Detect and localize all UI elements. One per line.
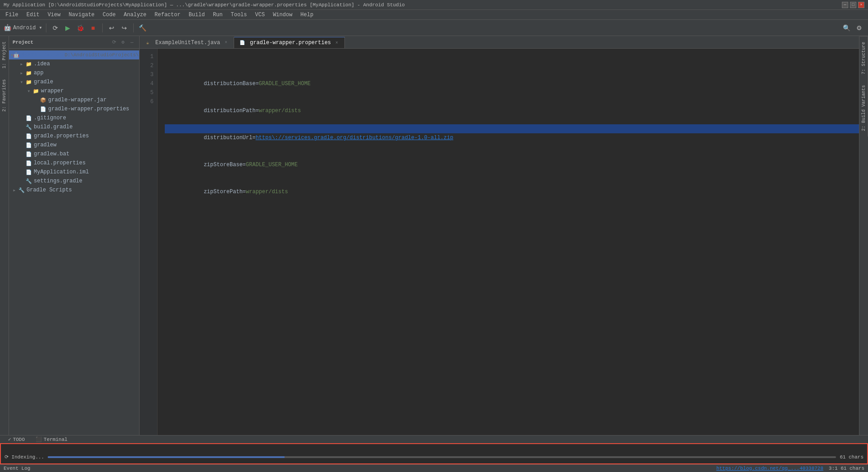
tree-item-myapp-iml[interactable]: ▶ 📄 MyApplication.iml (9, 168, 139, 177)
toolbar-search-btn[interactable]: 🔍 (841, 23, 852, 33)
tree-label-gradle-properties: gradle.properties (34, 133, 89, 139)
title-bar-title: My Application [D:\AndroidStudioProjects… (4, 2, 842, 8)
menu-edit[interactable]: Edit (23, 11, 43, 19)
toolbar-build-btn[interactable]: 🔨 (137, 23, 148, 33)
tab-todo[interactable]: ✓ TODO (4, 436, 29, 443)
tab-gradle-wrapper-props[interactable]: 📄 gradle-wrapper.properties × (234, 37, 345, 48)
icon-wrapper-folder: 📁 (32, 87, 40, 95)
content-row: 1: Project 2: Favorites Project ⟳ ⚙ — ▼ … (0, 36, 868, 435)
code-line-2: distributionPath=wrapper/dists (165, 97, 859, 106)
panel-header-gear[interactable]: ⚙ (119, 39, 127, 46)
toolbar-undo-btn[interactable]: ↩ (106, 23, 117, 33)
code-key-4: zipStoreBase= (203, 162, 246, 168)
maximize-button[interactable]: □ (850, 2, 856, 8)
minimize-button[interactable]: — (842, 2, 848, 8)
arrow-gradle-scripts: ▶ (11, 186, 18, 194)
tree-item-app[interactable]: ▶ 📁 app (9, 68, 139, 77)
tab-favorites[interactable]: 2: Favorites (0, 74, 8, 117)
menu-analyze[interactable]: Analyze (120, 11, 150, 19)
tree-label-local-properties: local.properties (34, 160, 86, 166)
tree-item-myapplication[interactable]: ▼ 🤖 MyApplication D:\AndroidStudioProjec… (9, 50, 139, 59)
toolbar-debug-btn[interactable]: 🐞 (75, 23, 86, 33)
toolbar-redo-btn[interactable]: ↪ (119, 23, 130, 33)
tree-item-gradlew-bat[interactable]: ▶ 📄 gradlew.bat (9, 150, 139, 159)
toolbar-settings-btn[interactable]: ⚙ (854, 23, 864, 33)
menu-view[interactable]: View (44, 11, 64, 19)
status-event-log[interactable]: Event Log (4, 466, 30, 471)
indexing-progress (48, 456, 836, 458)
tree-item-gradle-scripts[interactable]: ▶ 🔧 Gradle Scripts (9, 186, 139, 195)
bottom-area: ✓ TODO ⬛ Terminal ⟳ Indexing... 61 chars… (0, 435, 868, 472)
tree-label-myapp-iml: MyApplication.iml (34, 169, 89, 175)
menu-build[interactable]: Build (185, 11, 208, 19)
app-window: My Application [D:\AndroidStudioProjects… (0, 0, 868, 472)
toolbar-sync-btn[interactable]: ⟳ (50, 23, 61, 33)
tree-item-gradle[interactable]: ▼ 📁 gradle (9, 77, 139, 86)
menu-help[interactable]: Help (297, 11, 317, 19)
tab-structure[interactable]: 7: Structure (860, 36, 868, 80)
toolbar-separator-2 (102, 23, 103, 32)
tab-icon-props: 📄 (239, 39, 246, 46)
tree-item-wrapper[interactable]: ▼ 📁 wrapper (9, 86, 139, 95)
tree-item-local-properties[interactable]: ▶ 📄 local.properties (9, 159, 139, 168)
tab-build-variants[interactable]: 2: Build Variants (860, 80, 868, 136)
line-num-6: 6 (140, 97, 154, 106)
code-key-3: distributionUrl= (203, 135, 255, 141)
tab-project[interactable]: 1: Project (0, 36, 8, 74)
tab-terminal[interactable]: ⬛ Terminal (31, 436, 72, 443)
status-position: 3:1 61 chars (829, 466, 864, 471)
code-line-4: zipStoreBase=GRADLE_USER_HOME (165, 151, 859, 160)
menu-code[interactable]: Code (99, 11, 119, 19)
tree-label-gradle: gradle (34, 79, 53, 85)
project-panel: Project ⟳ ⚙ — ▼ 🤖 MyApplication D:\Andro… (9, 36, 140, 435)
tree-item-settings-gradle[interactable]: ▶ 🔧 settings.gradle (9, 177, 139, 186)
close-button[interactable]: × (858, 2, 864, 8)
icon-build-gradle: 🔧 (25, 123, 32, 131)
tree-item-gitignore[interactable]: ▶ 📄 .gitignore (9, 113, 139, 123)
status-bar-right: https://blog.csdn.net/qq_...40338728 3:1… (716, 466, 864, 471)
menu-run[interactable]: Run (209, 11, 226, 19)
panel-header-collapse[interactable]: — (128, 39, 136, 46)
code-url-3: https\://services.gradle.org/distributio… (256, 135, 453, 141)
android-dropdown[interactable]: Android ▾ (13, 24, 42, 31)
line-num-2: 2 (140, 61, 154, 70)
tree-item-build-gradle[interactable]: ▶ 🔧 build.gradle (9, 123, 139, 132)
tab-close-gradle-wrapper[interactable]: × (334, 40, 340, 46)
tree-label-gradlew-bat: gradlew.bat (34, 151, 69, 157)
icon-jar: 📦 (40, 96, 47, 104)
tree-label-wrapper: wrapper (41, 88, 63, 94)
code-line-3: distributionUrl=https\://services.gradle… (165, 124, 859, 133)
tree-item-gradlew[interactable]: ▶ 📄 gradlew (9, 141, 139, 150)
tree-label-gradle-wrapper-props: gradle-wrapper.properties (48, 106, 129, 112)
tree-item-gradle-properties[interactable]: ▶ 📄 gradle.properties (9, 132, 139, 141)
menu-file[interactable]: File (2, 11, 22, 19)
menu-window[interactable]: Window (269, 11, 296, 19)
menu-vcs[interactable]: VCS (252, 11, 269, 19)
menu-navigate[interactable]: Navigate (65, 11, 98, 19)
menu-refactor[interactable]: Refactor (151, 11, 184, 19)
toolbar-stop-btn[interactable]: ■ (88, 23, 99, 33)
code-line-1: distributionBase=GRADLE_USER_HOME (165, 70, 859, 79)
status-bar: Event Log https://blog.csdn.net/qq_...40… (0, 464, 868, 472)
indexing-chars: 61 chars (840, 454, 863, 460)
panel-header-sync[interactable]: ⟳ (110, 39, 118, 46)
terminal-icon: ⬛ (36, 436, 42, 442)
title-bar-controls: — □ × (842, 2, 864, 8)
tree-item-gradle-wrapper-props[interactable]: ▶ 📄 gradle-wrapper.properties (9, 104, 139, 113)
toolbar-run-btn[interactable]: ▶ (63, 23, 73, 33)
bottom-panel: ⟳ Indexing... 61 chars (0, 443, 868, 464)
menu-tools[interactable]: Tools (227, 11, 251, 19)
indexing-bar-row: ⟳ Indexing... 61 chars (5, 452, 863, 462)
line-num-1: 1 (140, 52, 154, 61)
project-tree: ▼ 🤖 MyApplication D:\AndroidStudioProjec… (9, 49, 139, 435)
toolbar-right: 🔍 ⚙ (841, 23, 864, 33)
tab-example-unit-test[interactable]: ☕ ExampleUnitTest.java × (140, 37, 234, 48)
android-icon: 🤖 (4, 24, 11, 32)
tree-item-idea[interactable]: ▶ 📁 .idea (9, 59, 139, 68)
status-url[interactable]: https://blog.csdn.net/qq_...40338728 (716, 466, 823, 471)
code-area[interactable]: distributionBase=GRADLE_USER_HOME distri… (158, 49, 859, 435)
tree-label-gradlew: gradlew (34, 142, 56, 148)
tree-item-gradle-wrapper-jar[interactable]: ▶ 📦 gradle-wrapper.jar (9, 95, 139, 104)
toolbar: 🤖 Android ▾ ⟳ ▶ 🐞 ■ ↩ ↪ 🔨 🔍 ⚙ (0, 20, 868, 36)
tab-close-unit-test[interactable]: × (223, 40, 229, 46)
